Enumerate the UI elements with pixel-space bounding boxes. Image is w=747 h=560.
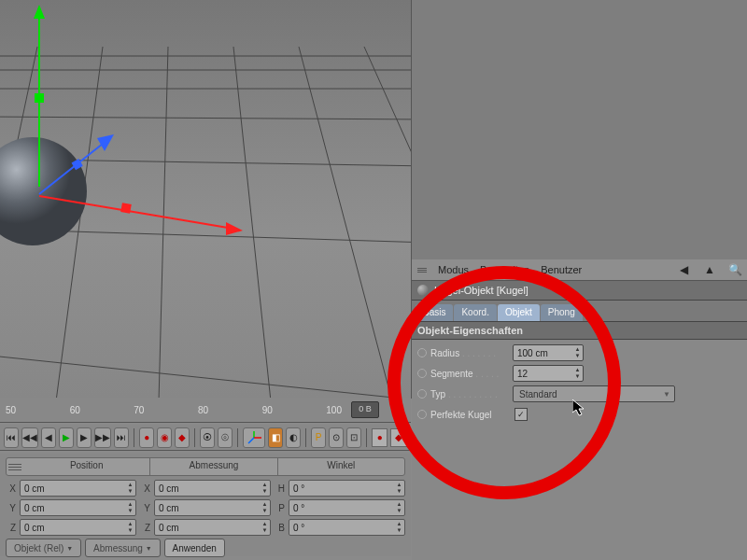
dimension-y-input[interactable]: 0 cm▲▼ — [154, 499, 271, 516]
svg-marker-21 — [97, 134, 114, 151]
position-x-input[interactable]: 0 cm▲▼ — [20, 480, 136, 497]
search-icon[interactable]: 🔍 — [728, 263, 741, 276]
menu-benutzer[interactable]: Benutzer — [541, 264, 582, 275]
next-frame-button[interactable]: ▶ — [77, 427, 92, 448]
position-y-input[interactable]: 0 cm▲▼ — [20, 499, 136, 516]
timeline-tick: 60 — [70, 405, 80, 415]
anim-record-diamond[interactable]: ◆ — [390, 428, 407, 447]
object-title-text: Kugel-Objekt [Kugel] — [434, 285, 529, 296]
object-title-bar: Kugel-Objekt [Kugel] — [412, 281, 747, 301]
attribute-menu-bar: Modus Bearbeiten Benutzer ◀ ▲ 🔍 — [412, 259, 747, 281]
move-tool-button[interactable] — [243, 427, 265, 448]
prop-segmente-input[interactable]: 12▲▼ — [513, 365, 584, 382]
prop-anim-dot[interactable] — [417, 389, 427, 399]
prop-perfekte-checkbox[interactable]: ✓ — [514, 408, 528, 421]
record-button[interactable]: ● — [139, 427, 154, 448]
dimension-z-input[interactable]: 0 cm▲▼ — [154, 519, 271, 536]
prop-radius-input[interactable]: 100 cm▲▼ — [513, 344, 584, 361]
angle-label-h: H — [275, 483, 285, 494]
angle-b-input[interactable]: 0 °▲▼ — [289, 519, 405, 536]
menu-bearbeiten[interactable]: Bearbeiten — [480, 264, 529, 275]
svg-marker-18 — [226, 222, 243, 235]
viewport-3d[interactable] — [0, 0, 412, 399]
prop-anim-dot[interactable] — [417, 410, 427, 419]
dim-mode-dropdown[interactable]: Abmessung ▼ — [85, 539, 161, 557]
dimension-x-input[interactable]: 0 cm▲▼ — [154, 480, 271, 497]
axis-label-x: X — [6, 483, 16, 494]
coordinates-panel: Position Abmessung Winkel X 0 cm▲▼ X 0 c… — [0, 454, 411, 556]
prev-frame-button[interactable]: ◀ — [41, 427, 56, 448]
key-selection-button[interactable]: ⦿ — [200, 427, 215, 448]
col-position-header: Position — [23, 458, 150, 475]
goto-end-button[interactable]: ⏭ — [114, 427, 129, 448]
step-back-button[interactable]: ◀◀ — [21, 427, 38, 448]
axis-label-z: Z — [140, 523, 150, 533]
svg-line-25 — [248, 438, 254, 443]
timeline-tick: 90 — [262, 405, 273, 415]
autokey-button[interactable]: ◉ — [157, 427, 172, 448]
coord-mode-dropdown[interactable]: Objekt (Rel) ▼ — [6, 539, 81, 557]
panel-grip-icon — [417, 268, 427, 273]
goto-start-button[interactable]: ⏮ — [4, 427, 19, 448]
axis-label-y: Y — [140, 503, 150, 513]
section-title: Objekt-Eigenschaften — [412, 322, 747, 340]
tab-objekt[interactable]: Objekt — [498, 304, 540, 321]
prop-segmente-label: Segmente . . . . . — [430, 369, 513, 379]
prop-perfekte-label: Perfekte Kugel — [430, 410, 513, 420]
p-channel-button[interactable]: P — [311, 427, 326, 448]
nav-up-icon[interactable]: ▲ — [704, 263, 717, 276]
tab-phong[interactable]: Phong — [541, 304, 583, 321]
prop-anim-dot[interactable] — [417, 369, 427, 378]
svg-line-3 — [0, 117, 411, 119]
object-manager-empty — [412, 0, 747, 260]
angle-p-input[interactable]: 0 °▲▼ — [289, 499, 405, 516]
timeline-tick: 70 — [134, 405, 144, 415]
apply-button[interactable]: Anwenden — [164, 539, 225, 557]
angle-h-input[interactable]: 0 °▲▼ — [289, 480, 405, 497]
attribute-tabs: Basis Koord. Objekt Phong — [412, 301, 747, 322]
tab-koord[interactable]: Koord. — [454, 304, 496, 321]
nav-back-icon[interactable]: ◀ — [680, 263, 693, 276]
frame-field[interactable]: 0 B — [351, 401, 379, 418]
step-fwd-button[interactable]: ▶▶ — [94, 427, 111, 448]
rotate-tool-button[interactable]: ◐ — [286, 427, 301, 448]
s-channel-button[interactable]: ⊙ — [329, 427, 344, 448]
menu-modus[interactable]: Modus — [438, 264, 469, 275]
svg-line-9 — [159, 47, 168, 398]
angle-label-b: B — [275, 523, 285, 533]
angle-label-p: P — [275, 503, 285, 513]
svg-line-12 — [364, 47, 411, 398]
tab-basis[interactable]: Basis — [416, 304, 453, 321]
svg-line-10 — [233, 47, 271, 398]
key-all-button[interactable]: ⦾ — [218, 427, 233, 448]
svg-rect-16 — [35, 93, 44, 103]
col-angle-header: Winkel — [278, 458, 404, 475]
transport-bar: ⏮ ◀◀ ◀ ▶ ▶ ▶▶ ⏭ ● ◉ ◆ ⦿ ⦾ ◧ ◐ P ⊙ ⊡ ● ◆ — [0, 425, 411, 451]
svg-rect-19 — [120, 203, 132, 214]
position-z-input[interactable]: 0 cm▲▼ — [20, 519, 136, 536]
scale-tool-button[interactable]: ◧ — [268, 427, 283, 448]
attribute-manager: Modus Bearbeiten Benutzer ◀ ▲ 🔍 Kugel-Ob… — [412, 259, 747, 560]
axis-label-z: Z — [6, 523, 16, 533]
svg-line-11 — [299, 47, 392, 398]
timeline-tick: 80 — [198, 405, 208, 415]
play-button[interactable]: ▶ — [59, 427, 74, 448]
axis-label-x: X — [140, 483, 150, 494]
timeline-tick: 100 — [326, 405, 342, 415]
prop-typ-label: Typ . . . . . . . . . . — [430, 389, 513, 399]
timeline-tick: 50 — [6, 405, 16, 415]
r-channel-button[interactable]: ⊡ — [346, 427, 361, 448]
sphere-icon — [417, 285, 429, 296]
svg-marker-15 — [34, 5, 45, 19]
anim-record-circle[interactable]: ● — [372, 428, 388, 447]
keyframe-button[interactable]: ◆ — [175, 427, 190, 448]
panel-grip-icon — [7, 458, 23, 475]
prop-typ-dropdown[interactable]: Standard▼ — [513, 385, 675, 402]
axis-label-y: Y — [6, 503, 16, 513]
prop-radius-label: Radius . . . . . . . — [430, 348, 513, 358]
col-dimension-header: Abmessung — [150, 458, 277, 475]
timeline-ruler[interactable]: 50 60 70 80 90 100 0 B — [0, 398, 411, 423]
prop-anim-dot[interactable] — [417, 348, 427, 357]
